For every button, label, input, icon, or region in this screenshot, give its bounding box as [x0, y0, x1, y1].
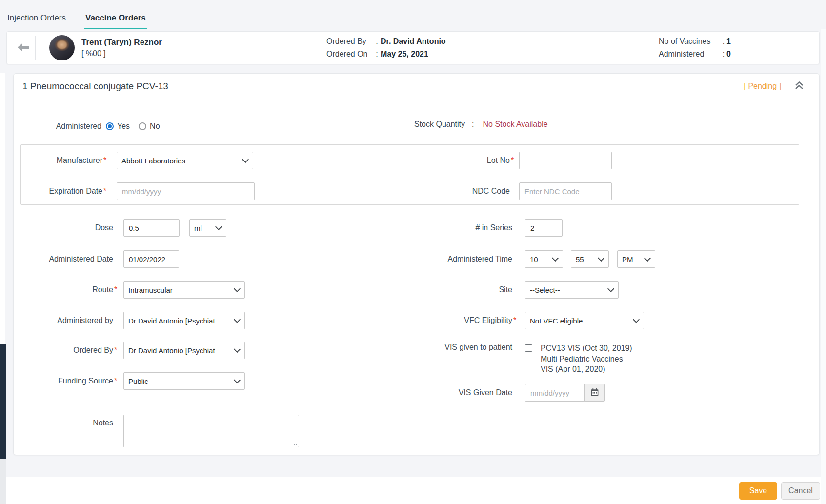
patient-header: Trent (Taryn) Reznor [ %00 ] Ordered By …: [6, 31, 820, 64]
vaccine-orders-page: Injection Orders Vaccine Orders Trent (T…: [0, 0, 826, 504]
series-row: # in Series: [355, 219, 563, 237]
ordered-on-value: May 25, 2021: [381, 48, 428, 60]
manufacturer-group: Manufacturer * Abbott Laboratories Lot N…: [20, 144, 799, 205]
time-minute-select-wrap: 55: [571, 250, 609, 268]
vaccine-form: Administered Yes No Stock Quantity : No …: [14, 99, 819, 455]
time-meridiem-select[interactable]: PM: [617, 250, 655, 268]
administered-by-row: Administered by Dr David Antonio [Psychi…: [14, 312, 245, 329]
expiration-date-input[interactable]: [117, 182, 255, 200]
time-minute-select[interactable]: 55: [571, 250, 609, 268]
funding-select[interactable]: Public: [123, 372, 245, 390]
administered-count-row: Administered : 0: [659, 48, 731, 60]
vis-given-date-row: VIS Given Date: [355, 384, 605, 402]
administered-date-input[interactable]: [123, 250, 179, 268]
cancel-button[interactable]: Cancel: [781, 482, 820, 500]
no-of-vaccines-row: No of Vaccines : 1: [659, 35, 731, 48]
stock-quantity: Stock Quantity : No Stock Available: [414, 116, 548, 133]
patient-name: Trent (Taryn) Reznor: [81, 38, 162, 47]
administered-time-row: Administered Time 10 55 PM: [355, 250, 655, 268]
chevron-double-up-icon: [794, 80, 805, 92]
funding-select-wrap: Public: [123, 372, 245, 390]
administered-count-value: 0: [726, 48, 731, 60]
required-asterisk: *: [114, 285, 120, 294]
site-row: Site --Select--: [355, 281, 619, 299]
route-select[interactable]: Intramuscular: [123, 281, 245, 299]
no-of-vaccines-value: 1: [726, 35, 731, 48]
tab-vaccine-orders[interactable]: Vaccine Orders: [84, 13, 147, 29]
ndc-code-row: NDC Code: [363, 182, 612, 200]
manufacturer-row: Manufacturer * Abbott Laboratories: [21, 152, 253, 169]
back-arrow-icon: [17, 43, 30, 53]
vfc-eligibility-row: VFC Eligibility * Not VFC eligible: [355, 312, 644, 329]
ndc-code-input[interactable]: [519, 182, 612, 200]
vaccine-panel: 1 Pneumococcal conjugate PCV-13 [ Pendin…: [13, 73, 820, 455]
patient-code: [ %00 ]: [81, 49, 162, 58]
left-edge-strip-tail: [0, 459, 6, 504]
administered-by-select[interactable]: Dr David Antonio [Psychiat: [123, 312, 245, 329]
ordered-by-value: Dr. David Antonio: [381, 35, 446, 48]
time-hour-select[interactable]: 10: [525, 250, 563, 268]
vis-date-calendar-button[interactable]: [584, 384, 605, 402]
manufacturer-select[interactable]: Abbott Laboratories: [117, 152, 253, 169]
required-asterisk: *: [114, 377, 120, 385]
administered-yes-radio[interactable]: [106, 122, 114, 130]
save-button[interactable]: Save: [739, 482, 777, 500]
notes-textarea[interactable]: [123, 415, 299, 447]
route-select-wrap: Intramuscular: [123, 281, 245, 299]
administered-no-radio[interactable]: [139, 122, 146, 130]
dose-unit-select-wrap: ml: [189, 219, 226, 237]
required-asterisk: *: [513, 316, 519, 325]
required-asterisk: *: [511, 156, 517, 165]
funding-source-row: Funding Source * Public: [14, 372, 245, 390]
collapse-panel-button[interactable]: [794, 80, 805, 92]
site-select[interactable]: --Select--: [525, 281, 619, 299]
back-button[interactable]: [15, 39, 32, 57]
site-select-wrap: --Select--: [525, 281, 619, 299]
time-hour-select-wrap: 10: [525, 250, 563, 268]
left-gutter: [0, 73, 5, 344]
dose-unit-select[interactable]: ml: [189, 219, 226, 237]
expiration-date-row: Expiration Date *: [21, 182, 255, 200]
stock-quantity-value: No Stock Available: [483, 120, 548, 129]
notes-row: Notes: [14, 415, 299, 447]
administered-by-select-wrap: Dr David Antonio [Psychiat: [123, 312, 245, 329]
vfc-select[interactable]: Not VFC eligible: [525, 312, 644, 329]
vfc-select-wrap: Not VFC eligible: [525, 312, 644, 329]
manufacturer-select-wrap: Abbott Laboratories: [117, 152, 253, 169]
action-footer: Save Cancel: [0, 477, 826, 504]
vis-given-checkbox[interactable]: [525, 344, 532, 352]
vaccine-title: 1 Pneumococcal conjugate PCV-13: [22, 81, 168, 92]
status-badge: [ Pending ]: [744, 82, 782, 91]
required-asterisk: *: [114, 346, 120, 355]
vis-document-label: PCV13 VIS (Oct 30, 2019) Multi Pediatric…: [541, 343, 632, 375]
ordered-by-row: Ordered By * Dr David Antonio [Psychiat: [14, 342, 245, 359]
left-edge-dark-strip: [0, 344, 6, 459]
ordered-by-select[interactable]: Dr David Antonio [Psychiat: [123, 342, 245, 359]
patient-avatar: [49, 35, 75, 60]
lot-no-row: Lot No *: [363, 152, 612, 169]
order-tabs: Injection Orders Vaccine Orders: [0, 0, 826, 29]
required-asterisk: *: [103, 187, 109, 196]
header-divider: [35, 36, 36, 60]
vaccine-counts: No of Vaccines : 1 Administered : 0: [659, 32, 731, 64]
administered-date-row: Administered Date: [14, 250, 179, 268]
dose-row: Dose ml: [14, 219, 226, 237]
tab-injection-orders[interactable]: Injection Orders: [6, 13, 67, 29]
series-input[interactable]: [525, 219, 563, 237]
time-meridiem-select-wrap: PM: [617, 250, 655, 268]
dose-input[interactable]: [123, 219, 180, 237]
order-meta: Ordered By : Dr. David Antonio Ordered O…: [326, 32, 446, 64]
ordered-by-row: Ordered By : Dr. David Antonio: [326, 35, 446, 48]
required-asterisk: *: [103, 156, 109, 165]
lot-no-input[interactable]: [519, 152, 612, 169]
calendar-icon: [590, 388, 599, 398]
vis-given-row: VIS given to patient PCV13 VIS (Oct 30, …: [355, 343, 632, 375]
ordered-by-select-wrap: Dr David Antonio [Psychiat: [123, 342, 245, 359]
vis-given-date-input[interactable]: [525, 384, 585, 402]
route-row: Route * Intramuscular: [14, 281, 245, 299]
ordered-on-row: Ordered On : May 25, 2021: [326, 48, 446, 60]
vertical-scrollbar-track[interactable]: [821, 29, 826, 504]
administered-row: Administered Yes No: [14, 118, 160, 135]
vaccine-panel-header: 1 Pneumococcal conjugate PCV-13 [ Pendin…: [14, 74, 819, 99]
